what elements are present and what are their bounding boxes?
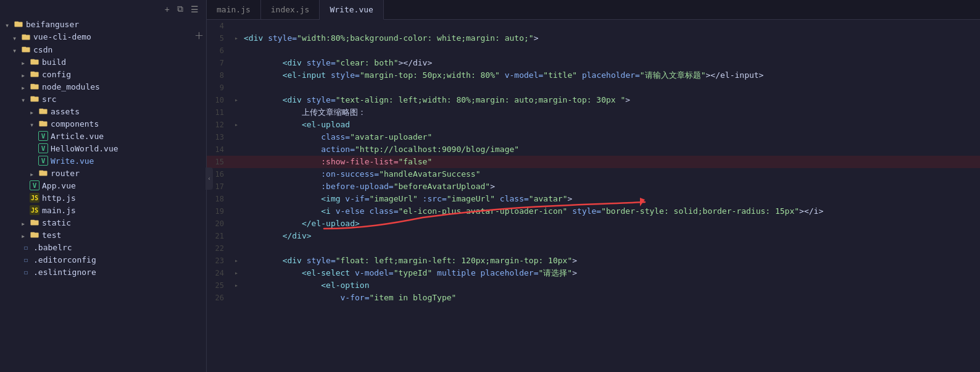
new-file-button[interactable]: +: [162, 3, 172, 15]
fold-icon[interactable]: ▸: [231, 32, 241, 44]
sidebar-item-static[interactable]: static: [0, 216, 206, 229]
line-number: 11: [207, 106, 231, 119]
sidebar-item-editorconfig[interactable]: ☐ .editorconfig: [0, 253, 206, 266]
code-content: v-for="item in blogType": [241, 292, 980, 304]
sidebar-topbar: + ⧉ ☰: [0, 0, 206, 18]
chevron-down-icon: [21, 95, 28, 103]
code-content: <div style="text-align: left;width: 80%;…: [241, 94, 980, 106]
code-line-24: 24 ▸ <el-select v-model="typeId" multipl…: [207, 267, 980, 279]
sidebar-item-label: node_modules: [42, 82, 100, 91]
collapse-sidebar-button[interactable]: ‹: [206, 167, 213, 190]
sidebar-item-article-vue[interactable]: V Article.vue: [0, 130, 206, 142]
code-line-15: 15 :show-file-list="false": [207, 156, 980, 168]
code-content: :on-success="handleAvatarSuccess": [241, 168, 980, 180]
sidebar-item-test[interactable]: test: [0, 229, 206, 241]
sidebar-item-babelrc[interactable]: ☐ .babelrc: [0, 241, 206, 253]
sidebar-item-node-modules[interactable]: node_modules: [0, 80, 206, 93]
code-line-7: 7 <div style="clear: both"></div>: [207, 57, 980, 69]
code-line-19: 19 <i v-else class="el-icon-plus avatar-…: [207, 205, 980, 218]
sidebar-item-http-js[interactable]: JS http.js: [0, 192, 206, 204]
chevron-right-icon: [21, 219, 28, 226]
fold-icon[interactable]: ▸: [231, 94, 241, 106]
line-number: 15: [207, 156, 231, 168]
folder-icon: [30, 94, 39, 104]
code-content: <el-input style="margin-top: 50px;width:…: [241, 69, 980, 82]
tab-write-vue[interactable]: Write.vue: [320, 0, 383, 20]
line-number: 14: [207, 143, 231, 156]
code-line-17: 17 :before-upload="beforeAvatarUpload">: [207, 180, 980, 193]
code-line-26: 26 v-for="item in blogType": [207, 292, 980, 304]
tab-index-js[interactable]: index.js: [261, 0, 320, 19]
sidebar-item-src[interactable]: src: [0, 93, 206, 105]
sidebar-item-beifanguser[interactable]: beifanguser: [0, 18, 206, 30]
vue-file-icon: V: [38, 131, 48, 141]
sidebar-item-router[interactable]: router: [0, 167, 206, 179]
sidebar-item-label: build: [42, 57, 66, 67]
sidebar-item-assets[interactable]: assets: [0, 105, 206, 117]
new-folder-button[interactable]: ⧉: [175, 2, 186, 15]
sidebar-item-vue-cli-demo[interactable]: vue-cli-demo: [0, 30, 206, 43]
sidebar-item-main-js[interactable]: JS main.js: [0, 204, 206, 216]
sidebar-item-label: Article.vue: [51, 132, 104, 141]
code-line-5: 5 ▸ <div style="width:80%;background-col…: [207, 32, 980, 44]
line-number: 8: [207, 69, 231, 82]
chevron-down-icon: [12, 33, 20, 41]
js-file-icon: JS: [30, 205, 39, 215]
sidebar-item-eslintignore[interactable]: ☐ .eslintignore: [0, 266, 206, 278]
sidebar-item-app-vue[interactable]: V App.vue: [0, 179, 206, 192]
sidebar-item-components[interactable]: components: [0, 117, 206, 130]
line-number: 6: [207, 44, 231, 57]
fold-icon[interactable]: ▸: [231, 119, 241, 131]
sidebar-item-label: test: [42, 230, 61, 240]
folder-icon: [30, 69, 39, 79]
fold-icon[interactable]: ▸: [231, 255, 241, 267]
line-number: 10: [207, 94, 231, 106]
sidebar-item-label: router: [51, 169, 80, 178]
line-number: 13: [207, 131, 231, 143]
sidebar-item-label: csdn: [33, 45, 52, 54]
code-content: <el-select v-model="typeId" multiple pla…: [241, 267, 980, 279]
line-number: 26: [207, 292, 231, 304]
line-number: 21: [207, 230, 231, 242]
code-content: <el-upload: [241, 119, 980, 131]
line-number: 19: [207, 205, 231, 218]
line-number: 23: [207, 255, 231, 267]
code-content: </div>: [241, 230, 980, 242]
code-content: <div style="width:80%;background-color: …: [241, 32, 980, 44]
generic-file-icon: ☐: [21, 267, 31, 277]
code-content: action="http://localhost:9090/blog/image…: [241, 143, 980, 156]
sidebar-item-csdn[interactable]: csdn: [0, 43, 206, 56]
editor-wrapper: 4 5 ▸ <div style="width:80%;background-c…: [207, 20, 980, 372]
code-content: <div style="float: left;margin-left: 120…: [241, 255, 980, 267]
code-area[interactable]: 4 5 ▸ <div style="width:80%;background-c…: [207, 20, 980, 372]
line-number: 7: [207, 57, 231, 69]
generic-file-icon: ☐: [21, 255, 31, 264]
folder-icon: [38, 119, 48, 129]
generic-file-icon: ☐: [21, 242, 31, 252]
code-content: </el-upload>: [241, 218, 980, 230]
fold-icon[interactable]: ▸: [231, 279, 241, 292]
sidebar-item-label: main.js: [42, 206, 76, 215]
sidebar-item-helloworld-vue[interactable]: V HelloWorld.vue: [0, 142, 206, 154]
tab-main-js[interactable]: main.js: [207, 0, 261, 19]
line-number: 22: [207, 242, 231, 255]
code-line-16: 16 :on-success="handleAvatarSuccess": [207, 168, 980, 180]
line-number: 4: [207, 20, 231, 32]
chevron-down-icon: [12, 46, 20, 53]
folder-icon: [38, 106, 48, 116]
line-number: 25: [207, 279, 231, 292]
folder-icon: [14, 19, 23, 29]
code-line-13: 13 class="avatar-uploader": [207, 131, 980, 143]
code-line-14: 14 action="http://localhost:9090/blog/im…: [207, 143, 980, 156]
sidebar-item-config[interactable]: config: [0, 68, 206, 80]
new-folder-action-button[interactable]: [193, 32, 206, 42]
sidebar-item-write-vue[interactable]: V Write.vue: [0, 154, 206, 167]
sidebar-item-build[interactable]: build: [0, 56, 206, 68]
chevron-right-icon: [21, 70, 28, 78]
code-line-11: 11 上传文章缩略图：: [207, 106, 980, 119]
folder-icon: [30, 57, 39, 67]
chevron-right-icon: [30, 169, 37, 177]
more-options-button[interactable]: ☰: [188, 3, 201, 15]
code-line-8: 8 <el-input style="margin-top: 50px;widt…: [207, 69, 980, 82]
fold-icon[interactable]: ▸: [231, 267, 241, 279]
